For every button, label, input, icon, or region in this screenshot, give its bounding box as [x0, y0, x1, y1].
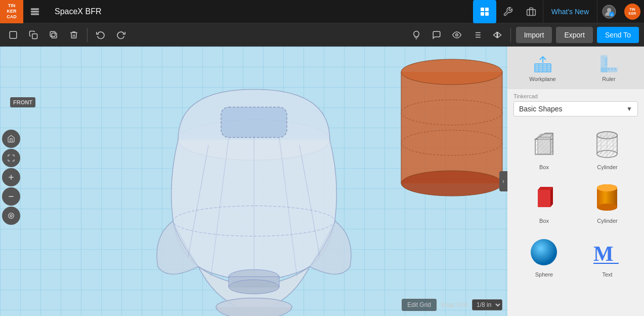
sphere-solid-label: Sphere	[535, 271, 553, 278]
nav-right-area: What's New + TINKER	[473, 0, 644, 23]
menu-button[interactable]	[23, 0, 47, 23]
svg-rect-35	[221, 107, 287, 137]
edit-grid-button[interactable]: Edit Grid	[402, 299, 437, 311]
3d-viewport[interactable]: FRONT	[0, 47, 507, 316]
shapes-dropdown-label: Basic Shapes	[519, 105, 626, 113]
snap-grid-select[interactable]: 1/8 in 1/4 in 1/2 in 1 in	[472, 299, 502, 310]
import-button[interactable]: Import	[516, 27, 552, 43]
cylinder-solid-label: Cylinder	[597, 218, 617, 224]
toolbar-separator-2	[510, 28, 511, 42]
main-toolbar: Import Export Send To	[0, 23, 644, 47]
svg-text:+: +	[611, 13, 613, 17]
cylinder-wireframe-icon	[590, 127, 625, 162]
copy-button[interactable]	[24, 26, 42, 44]
spacex-bfr-model[interactable]	[127, 79, 380, 316]
dropdown-arrow-icon: ▼	[626, 105, 632, 112]
svg-rect-3	[481, 8, 484, 11]
top-navigation: TINKERCAD SpaceX BFR	[0, 0, 644, 23]
whats-new-button[interactable]: What's New	[543, 0, 597, 23]
tinkercad-logo-button[interactable]: TINKER	[621, 0, 644, 23]
project-title[interactable]: SpaceX BFR	[47, 7, 109, 16]
tools-button[interactable]	[496, 0, 520, 23]
svg-marker-97	[550, 187, 553, 207]
box-wireframe-icon	[527, 127, 562, 162]
send-to-button[interactable]: Send To	[597, 27, 639, 43]
svg-rect-7	[527, 9, 535, 15]
svg-marker-96	[538, 187, 553, 190]
workplane-icon	[533, 54, 553, 74]
svg-point-45	[229, 280, 279, 294]
shape-item-box-wireframe[interactable]: Box	[513, 123, 575, 174]
zoom-in-button[interactable]	[2, 168, 20, 186]
svg-point-104	[597, 204, 617, 211]
workplane-label: Workplane	[529, 76, 555, 82]
viewport-bottom-controls: Edit Grid Snap Grid 1/8 in 1/4 in 1/2 in…	[402, 299, 502, 311]
logo-text: TINKERCAD	[7, 3, 17, 19]
orange-cylinder-object[interactable]	[399, 47, 505, 209]
svg-point-49	[10, 215, 12, 217]
shape-item-box-solid[interactable]: Box	[513, 176, 575, 228]
shape6-icon: M	[590, 234, 625, 269]
fit-to-view-button[interactable]	[2, 149, 20, 167]
ruler-label: Ruler	[602, 76, 615, 82]
new-shape-button[interactable]	[4, 26, 22, 44]
ruler-icon	[599, 54, 619, 74]
svg-marker-76	[550, 134, 553, 154]
eye-button[interactable]	[448, 26, 466, 44]
svg-text:M: M	[593, 242, 614, 265]
mirror-button[interactable]	[488, 26, 506, 44]
svg-point-105	[597, 184, 617, 191]
svg-rect-2	[31, 14, 39, 15]
duplicate-button[interactable]	[45, 26, 63, 44]
light-bulb-button[interactable]	[407, 26, 425, 44]
svg-rect-98	[538, 190, 550, 207]
svg-rect-15	[50, 31, 55, 36]
main-area: FRONT	[0, 47, 644, 316]
right-panel-toolbar: Workplane	[507, 47, 644, 89]
snap-grid-label: Snap Grid	[441, 301, 468, 308]
workplane-button[interactable]: Workplane	[511, 51, 574, 85]
svg-marker-23	[493, 32, 497, 37]
cylinder-wireframe-label: Cylinder	[597, 164, 617, 170]
speech-bubble-button[interactable]	[427, 26, 446, 44]
shape-item-cylinder-solid[interactable]: Cylinder	[577, 176, 638, 228]
undo-button[interactable]	[92, 26, 110, 44]
svg-rect-13	[32, 33, 37, 38]
panel-collapse-button[interactable]: ›	[499, 171, 507, 191]
home-view-button[interactable]	[2, 130, 20, 148]
shapes-category-header: Tinkercad	[507, 89, 644, 101]
svg-rect-12	[10, 31, 17, 38]
right-panel: Workplane	[507, 47, 644, 316]
briefcase-button[interactable]	[520, 0, 543, 23]
svg-rect-6	[485, 12, 489, 16]
shape-item-cylinder-wireframe[interactable]: Cylinder	[577, 123, 638, 174]
user-profile-button[interactable]: +	[597, 0, 621, 23]
svg-point-9	[607, 8, 611, 12]
front-view-label: FRONT	[10, 97, 35, 107]
logo[interactable]: TINKERCAD	[0, 0, 23, 23]
redo-button[interactable]	[112, 26, 130, 44]
svg-point-106	[531, 239, 557, 265]
svg-rect-1	[31, 11, 39, 12]
shapes-category-dropdown[interactable]: Basic Shapes ▼	[513, 101, 638, 116]
shape-item-sphere-solid[interactable]: Sphere	[513, 230, 575, 282]
delete-button[interactable]	[65, 26, 83, 44]
shapes-grid: Box	[507, 121, 644, 284]
svg-rect-26	[401, 72, 502, 183]
svg-point-16	[455, 33, 458, 36]
shape-item-shape6[interactable]: M Text	[577, 230, 638, 282]
export-button[interactable]: Export	[556, 27, 592, 43]
align-button[interactable]	[468, 26, 486, 44]
svg-rect-5	[481, 12, 484, 16]
zoom-out-button[interactable]	[2, 187, 20, 206]
box-solid-label: Box	[539, 218, 549, 224]
box-wireframe-label: Box	[539, 164, 549, 170]
toolbar-separator-1	[87, 28, 88, 42]
svg-rect-4	[485, 8, 489, 11]
svg-rect-14	[52, 33, 57, 38]
sphere-solid-icon	[527, 234, 562, 269]
ruler-button[interactable]: Ruler	[578, 51, 640, 85]
grid-view-button[interactable]	[473, 0, 496, 23]
camera-button[interactable]	[2, 207, 20, 225]
cylinder-solid-icon	[590, 180, 625, 216]
